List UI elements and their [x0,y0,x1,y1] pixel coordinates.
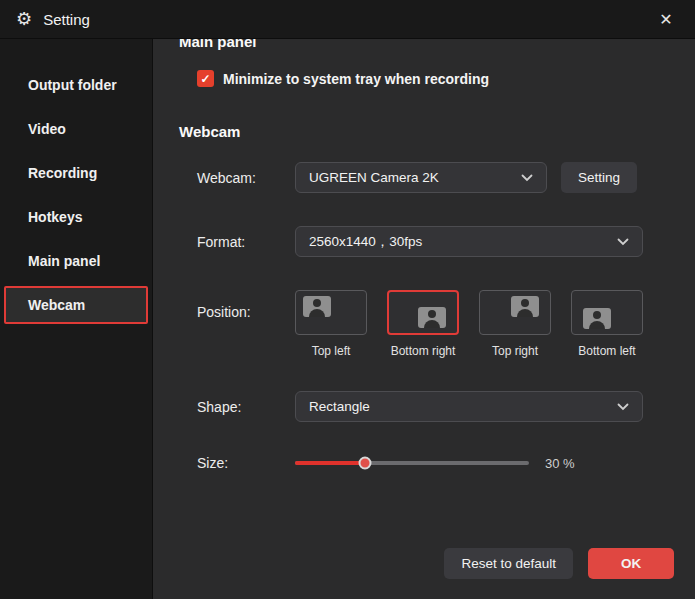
webcam-device-label: Webcam: [197,170,295,186]
size-slider-fill [295,461,365,465]
shape-select[interactable]: Rectangle [295,391,643,422]
position-option-bottom-left[interactable]: Bottom left [571,290,643,358]
position-tile-bottom-left[interactable] [571,290,643,335]
format-value: 2560x1440，30fps [309,233,607,251]
chevron-down-icon [617,238,629,246]
sidebar-item-hotkeys[interactable]: Hotkeys [4,195,148,239]
titlebar: ⚙ Setting ✕ [0,0,695,39]
position-option-label: Bottom right [387,344,459,358]
minimize-to-tray-checkbox[interactable]: ✓ [197,70,214,87]
size-slider-thumb[interactable] [359,457,372,470]
position-label: Position: [197,304,295,320]
webcam-person-icon [418,307,446,328]
size-label: Size: [197,455,295,471]
position-option-top-left[interactable]: Top left [295,290,367,358]
size-slider: 30 % [295,456,575,471]
position-tile-top-right[interactable] [479,290,551,335]
position-tile-bottom-right[interactable] [387,290,459,335]
sidebar-item-recording[interactable]: Recording [4,151,148,195]
position-option-label: Top right [479,344,551,358]
position-option-top-right[interactable]: Top right [479,290,551,358]
position-tile-top-left[interactable] [295,290,367,335]
ok-button[interactable]: OK [588,548,674,579]
gear-icon: ⚙ [16,10,32,28]
sidebar-item-output-folder[interactable]: Output folder [4,63,148,107]
minimize-to-tray-label: Minimize to system tray when recording [223,71,489,87]
size-row: Size: 30 % [179,455,674,471]
chevron-down-icon [521,174,533,182]
position-row: Position: Top left Bottom right [179,290,674,358]
webcam-person-icon [511,296,539,317]
sidebar: Output folder Video Recording Hotkeys Ma… [0,39,153,599]
chevron-down-icon [617,403,629,411]
position-options: Top left Bottom right Top right [295,290,643,358]
shape-row: Shape: Rectangle [179,391,674,422]
sidebar-item-main-panel[interactable]: Main panel [4,239,148,283]
minimize-to-tray-row: ✓ Minimize to system tray when recording [179,70,674,87]
position-option-label: Bottom left [571,344,643,358]
sidebar-item-webcam[interactable]: Webcam [4,286,148,324]
webcam-person-icon [303,296,331,317]
webcam-device-select[interactable]: UGREEN Camera 2K [295,162,547,193]
webcam-device-row: Webcam: UGREEN Camera 2K Setting [179,162,674,193]
settings-content: Main panel ✓ Minimize to system tray whe… [153,39,695,599]
size-slider-track[interactable] [295,461,529,465]
footer-actions: Reset to default OK [444,548,674,579]
reset-to-default-button[interactable]: Reset to default [444,548,573,579]
close-icon[interactable]: ✕ [651,0,681,39]
sidebar-item-video[interactable]: Video [4,107,148,151]
webcam-person-icon [583,308,611,329]
webcam-device-value: UGREEN Camera 2K [309,170,511,185]
position-option-label: Top left [295,344,367,358]
format-row: Format: 2560x1440，30fps [179,226,674,257]
main-panel-section-title: Main panel [179,39,674,50]
format-select[interactable]: 2560x1440，30fps [295,226,643,257]
shape-label: Shape: [197,399,295,415]
window-title: Setting [43,11,90,28]
webcam-section-title: Webcam [179,123,674,140]
webcam-setting-button[interactable]: Setting [561,162,637,193]
shape-value: Rectangle [309,399,607,414]
size-value: 30 % [545,456,575,471]
position-option-bottom-right[interactable]: Bottom right [387,290,459,358]
format-label: Format: [197,234,295,250]
